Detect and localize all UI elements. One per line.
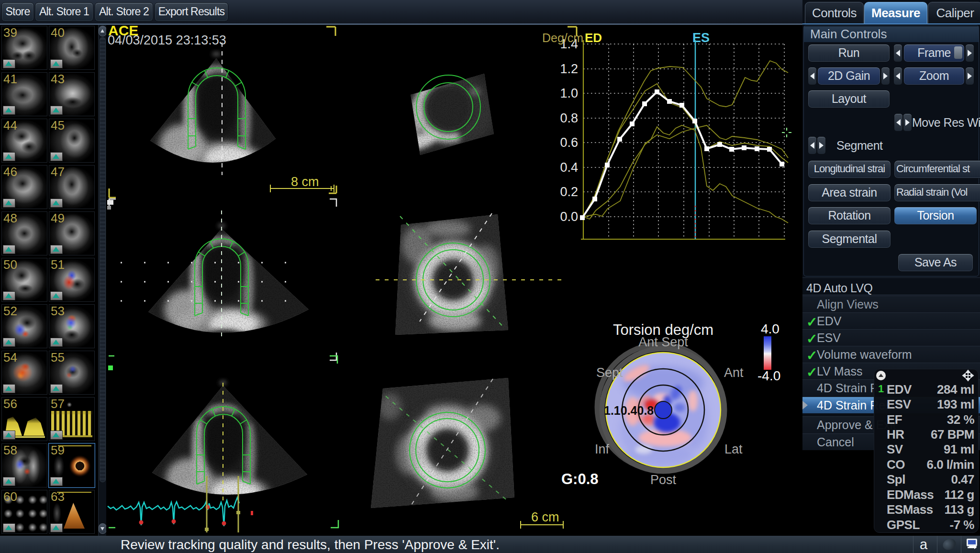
- svg-text:Ant: Ant: [724, 365, 744, 380]
- svg-text:04/03/2015 23:13:53: 04/03/2015 23:13:53: [108, 33, 226, 47]
- svg-text:Deg/cm: Deg/cm: [542, 31, 583, 44]
- svg-text:Sept: Sept: [596, 365, 623, 380]
- svg-text:4.0: 4.0: [761, 321, 780, 336]
- svg-text:1: 1: [878, 383, 884, 395]
- svg-text:1.2: 1.2: [560, 62, 578, 76]
- svg-text:0.0: 0.0: [560, 210, 578, 224]
- svg-text:0.2: 0.2: [560, 185, 578, 199]
- svg-text:Lat: Lat: [724, 442, 743, 456]
- svg-text:0.8: 0.8: [560, 111, 578, 125]
- svg-text:Ant Sept: Ant Sept: [638, 335, 688, 349]
- svg-text:1.0: 1.0: [560, 86, 578, 100]
- svg-text:Post: Post: [650, 473, 677, 487]
- svg-text:-4.0: -4.0: [757, 368, 780, 383]
- svg-text:8 cm: 8 cm: [291, 175, 319, 189]
- svg-text:6 cm: 6 cm: [531, 510, 559, 524]
- svg-text:0.4: 0.4: [560, 160, 578, 175]
- svg-text:1.10.40.8: 1.10.40.8: [604, 404, 654, 417]
- svg-text:Inf: Inf: [595, 442, 610, 456]
- svg-text:ED: ED: [585, 31, 602, 45]
- svg-text:G:0.8: G:0.8: [561, 471, 599, 487]
- svg-text:0.6: 0.6: [560, 135, 578, 150]
